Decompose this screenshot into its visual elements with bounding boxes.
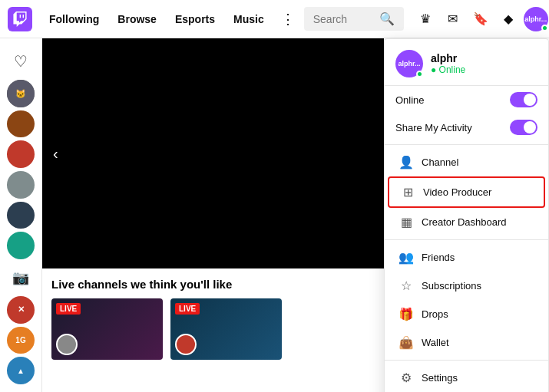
twitch-logo[interactable] <box>8 7 32 31</box>
creator-dashboard-label: Creator Dashboard <box>422 216 507 228</box>
live-badge-1: LIVE <box>56 303 81 315</box>
online-toggle[interactable] <box>510 92 537 107</box>
nav-browse[interactable]: Browse <box>110 8 164 30</box>
dropdown-user-header: alphr... alphr ● Online <box>385 39 548 86</box>
channel-label: Channel <box>422 156 458 168</box>
subscriptions-label: Subscriptions <box>422 280 481 292</box>
sidebar-avatar-8[interactable]: 1G <box>7 327 35 354</box>
dropdown-item-settings[interactable]: ⚙ Settings <box>388 364 545 392</box>
card-streamer-avatar-1 <box>56 334 78 355</box>
dropdown-item-channel[interactable]: 👤 Channel <box>388 148 545 176</box>
svg-text:🐱: 🐱 <box>15 88 26 99</box>
user-avatar-button[interactable]: alphr... <box>524 7 548 31</box>
sidebar-avatar-3[interactable] <box>7 140 35 168</box>
dropdown-item-video-producer[interactable]: ⊞ Video Producer <box>388 176 545 208</box>
video-producer-label: Video Producer <box>423 186 491 198</box>
sidebar-avatar-9[interactable]: ▲ <box>7 357 35 384</box>
dropdown-item-wallet[interactable]: 👜 Wallet <box>388 328 545 357</box>
user-dropdown-menu: alphr... alphr ● Online Online Share My … <box>384 38 549 392</box>
online-toggle-row: Online <box>385 86 548 114</box>
nav-esports[interactable]: Esports <box>167 8 223 30</box>
channel-icon: 👤 <box>399 155 414 170</box>
search-icon: 🔍 <box>379 12 395 26</box>
gem-icon-button[interactable]: ◆ <box>496 7 521 31</box>
video-producer-icon: ⊞ <box>400 185 415 199</box>
dropdown-online-dot <box>416 71 423 77</box>
crown-icon-button[interactable]: ♛ <box>413 7 438 31</box>
sidebar-following-heart[interactable]: ♡ <box>5 46 36 77</box>
share-activity-label: Share My Activity <box>395 122 472 133</box>
video-chevron-left[interactable]: ‹ <box>48 142 63 166</box>
drops-label: Drops <box>422 308 448 320</box>
live-card-2[interactable]: LIVE <box>170 298 282 360</box>
drops-icon: 🎁 <box>399 307 414 321</box>
main-content: ‹ Live channels we think you'll like LIV… <box>42 38 384 392</box>
dropdown-username: alphr <box>431 52 465 64</box>
share-activity-toggle-row: Share My Activity <box>385 114 548 141</box>
sidebar-avatar-7[interactable]: ✕ <box>7 296 35 324</box>
live-channels-section: Live channels we think you'll like LIVE … <box>42 268 384 360</box>
wallet-icon: 👜 <box>399 335 414 350</box>
live-card-1[interactable]: LIVE <box>51 298 163 360</box>
sidebar-avatar-4[interactable] <box>7 171 35 199</box>
share-activity-toggle[interactable] <box>510 120 537 135</box>
friends-icon: 👥 <box>399 250 414 265</box>
subscriptions-icon: ☆ <box>399 278 414 293</box>
dropdown-item-friends[interactable]: 👥 Friends <box>388 243 545 272</box>
avatar-text: alphr... <box>524 15 547 23</box>
search-input[interactable] <box>313 13 375 25</box>
settings-label: Settings <box>422 372 458 384</box>
dropdown-avatar: alphr... <box>395 50 423 77</box>
search-bar[interactable]: 🔍 <box>304 7 404 31</box>
nav-icon-group: ♛ ✉ 🔖 ◆ alphr... <box>413 7 548 31</box>
settings-icon: ⚙ <box>399 371 414 385</box>
sidebar-avatar-2[interactable] <box>7 110 35 138</box>
nav-more-button[interactable]: ⋮ <box>275 6 301 32</box>
sidebar-camera-icon[interactable]: 📷 <box>5 262 36 293</box>
dropdown-user-info: alphr ● Online <box>431 52 465 75</box>
divider-2 <box>385 239 548 240</box>
nav-music[interactable]: Music <box>226 8 272 30</box>
online-indicator <box>541 25 548 31</box>
dropdown-item-subscriptions[interactable]: ☆ Subscriptions <box>388 272 545 300</box>
creator-dashboard-icon: ▦ <box>399 215 414 229</box>
live-badge-2: LIVE <box>175 303 200 315</box>
video-player: ‹ <box>42 38 384 268</box>
divider-3 <box>385 360 548 361</box>
nav-following[interactable]: Following <box>41 8 107 30</box>
live-cards-container: LIVE LIVE <box>51 298 375 360</box>
dropdown-status: ● Online <box>431 64 465 75</box>
mail-icon-button[interactable]: ✉ <box>441 7 465 31</box>
online-label: Online <box>395 94 425 106</box>
top-navigation: Following Browse Esports Music ⋮ 🔍 ♛ ✉ 🔖… <box>0 0 549 38</box>
dropdown-item-creator-dashboard[interactable]: ▦ Creator Dashboard <box>388 208 545 236</box>
friends-label: Friends <box>422 252 455 263</box>
sidebar-avatar-1[interactable]: 🐱 <box>7 80 35 107</box>
live-section-title: Live channels we think you'll like <box>51 278 375 291</box>
sidebar-avatar-5[interactable] <box>7 202 35 229</box>
divider-1 <box>385 144 548 145</box>
bookmark-icon-button[interactable]: 🔖 <box>468 7 493 31</box>
card-streamer-avatar-2 <box>175 334 197 355</box>
wallet-label: Wallet <box>422 337 449 348</box>
sidebar: ♡ 🐱 📷 ✕ 1G ▲ <box>0 38 42 392</box>
sidebar-avatar-6[interactable] <box>7 232 35 259</box>
dropdown-item-drops[interactable]: 🎁 Drops <box>388 300 545 328</box>
